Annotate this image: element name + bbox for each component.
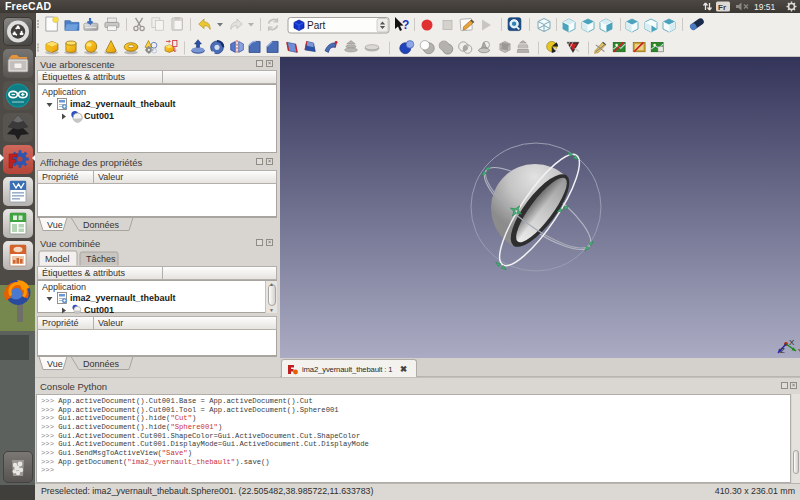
svg-text:Données: Données	[83, 220, 120, 230]
svg-text:X: X	[789, 338, 795, 347]
svg-text:19:51: 19:51	[754, 2, 776, 12]
svg-text:?: ?	[402, 18, 409, 32]
svg-text:Données: Données	[83, 359, 120, 369]
svg-text:Tâches: Tâches	[86, 254, 116, 264]
svg-text:Vue: Vue	[47, 359, 63, 369]
svg-text:Model: Model	[45, 254, 70, 264]
svg-text:Vue: Vue	[47, 220, 63, 230]
svg-text:Part: Part	[307, 20, 326, 31]
svg-text:Fr: Fr	[718, 3, 726, 12]
svg-text:Z: Z	[780, 346, 785, 355]
